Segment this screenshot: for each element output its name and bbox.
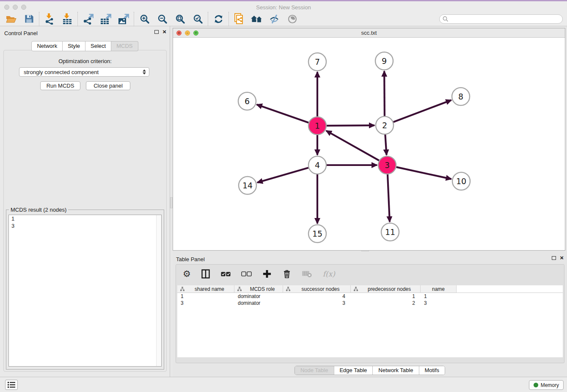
column-header-predecessor-nodes[interactable]: predecessor nodes	[351, 285, 421, 293]
column-header-successor-nodes[interactable]: successor nodes	[283, 285, 351, 293]
close-panel-button[interactable]: Close panel	[86, 81, 130, 90]
network-graph[interactable]: 7968124314101511	[173, 38, 565, 251]
graph-edge-3-11[interactable]	[388, 174, 390, 222]
zoom-selected-button[interactable]	[191, 13, 204, 25]
table-cell[interactable]: 3	[421, 300, 457, 306]
result-item[interactable]: 1	[9, 215, 161, 222]
network-canvas[interactable]: 7968124314101511	[173, 38, 565, 250]
column-header-shared-name[interactable]: shared name	[177, 285, 234, 293]
graph-node-7[interactable]: 7	[308, 53, 326, 71]
table-cell[interactable]: 1	[421, 293, 457, 299]
column-header-MCDS-role[interactable]: MCDS role	[234, 285, 283, 293]
create-column-button[interactable]	[262, 269, 272, 279]
graph-node-6[interactable]: 6	[238, 92, 256, 110]
open-folder-icon	[6, 14, 17, 24]
task-history-button[interactable]	[5, 380, 18, 390]
graph-edge-1-2[interactable]	[327, 125, 374, 126]
function-builder-button[interactable]: f(x)	[323, 270, 335, 278]
result-item[interactable]: 3	[9, 222, 161, 229]
graph-edge-4-14[interactable]	[257, 168, 308, 182]
result-scrollbar[interactable]	[156, 215, 161, 366]
table-row[interactable]: 1dominator411	[177, 293, 563, 300]
search-input[interactable]	[439, 14, 563, 24]
new-network-from-selection-button[interactable]	[232, 13, 246, 25]
svg-text:14: 14	[242, 181, 253, 190]
graph-node-10[interactable]: 10	[452, 172, 470, 190]
graph-edge-2-3[interactable]	[385, 135, 386, 155]
tab-style[interactable]: Style	[63, 41, 85, 51]
table-cell[interactable]: 1	[351, 293, 421, 299]
table-toolbar: ⚙	[176, 265, 564, 283]
columns-icon	[201, 269, 210, 279]
delete-table-button[interactable]	[302, 270, 312, 278]
table-tabs: Node Table Edge Table Network Table Moti…	[295, 366, 445, 375]
table-cell[interactable]: dominator	[234, 300, 283, 306]
show-panel-button[interactable]	[286, 13, 299, 25]
show-all-networks-button[interactable]	[250, 13, 264, 25]
graph-node-4[interactable]: 4	[308, 156, 326, 174]
graph-edge-3-1[interactable]	[326, 131, 379, 160]
tab-network[interactable]: Network	[31, 41, 63, 51]
table-cell[interactable]: 1	[177, 293, 234, 299]
export-image-button[interactable]	[117, 13, 130, 25]
zoom-in-button[interactable]	[138, 13, 151, 25]
import-network-button[interactable]	[43, 13, 56, 25]
tab-mcds[interactable]: MCDS	[111, 41, 138, 51]
column-header-label: predecessor nodes	[358, 286, 420, 292]
graph-node-3[interactable]: 3	[378, 156, 396, 174]
run-mcds-button[interactable]: Run MCDS	[40, 81, 80, 90]
houses-icon	[250, 14, 263, 24]
checked-boxes-icon	[221, 272, 231, 276]
zoom-out-button[interactable]	[155, 13, 169, 25]
float-table-panel-icon[interactable]	[552, 256, 556, 260]
save-session-button[interactable]	[22, 13, 36, 25]
graph-edge-1-6[interactable]	[257, 105, 309, 123]
delete-column-button[interactable]	[282, 269, 292, 279]
column-header-label: successor nodes	[291, 286, 350, 292]
svg-text:8: 8	[458, 92, 463, 101]
tab-edge-table[interactable]: Edge Table	[333, 366, 372, 375]
import-table-button[interactable]	[61, 13, 74, 25]
hide-panel-button[interactable]	[268, 13, 281, 25]
zoom-fit-button[interactable]	[173, 13, 187, 25]
import-table-icon	[62, 13, 72, 25]
table-cell[interactable]: 3	[177, 300, 234, 306]
tab-network-table[interactable]: Network Table	[372, 366, 418, 375]
network-window-titlebar[interactable]: × − + scc.txt	[173, 28, 565, 38]
table-cell[interactable]: 4	[283, 293, 351, 299]
graph-edge-2-9[interactable]	[384, 71, 385, 116]
graph-node-9[interactable]: 9	[375, 52, 393, 70]
table-cell[interactable]: 2	[351, 300, 421, 306]
tab-motifs[interactable]: Motifs	[418, 366, 445, 375]
criterion-dropdown[interactable]: strongly connected component	[19, 67, 149, 77]
float-panel-icon[interactable]	[154, 30, 159, 34]
close-panel-icon[interactable]: ×	[162, 29, 166, 34]
tab-node-table[interactable]: Node Table	[295, 366, 334, 375]
unselect-all-columns-button[interactable]	[241, 271, 252, 276]
table-row[interactable]: 3dominator323	[177, 300, 563, 306]
graph-node-8[interactable]: 8	[452, 88, 470, 105]
memory-button[interactable]: Memory	[529, 380, 564, 390]
table-cell[interactable]: dominator	[234, 293, 283, 299]
graph-edge-3-10[interactable]	[396, 167, 451, 179]
graph-node-2[interactable]: 2	[376, 116, 394, 134]
refresh-layout-button[interactable]	[212, 13, 225, 25]
table-options-button[interactable]: ⚙	[183, 270, 191, 278]
graph-node-11[interactable]: 11	[381, 223, 399, 241]
show-columns-button[interactable]	[201, 269, 210, 279]
mcds-result-group: MCDS result (2 nodes) 13	[6, 210, 164, 370]
graph-node-15[interactable]: 15	[308, 225, 326, 243]
column-header-name[interactable]: name	[421, 285, 457, 293]
export-table-button[interactable]	[99, 13, 113, 25]
export-network-button[interactable]	[81, 13, 95, 25]
table-cell[interactable]: 3	[283, 300, 351, 306]
close-table-panel-icon[interactable]: ×	[560, 255, 564, 260]
graph-node-14[interactable]: 14	[239, 177, 256, 194]
select-all-columns-button[interactable]	[221, 272, 231, 276]
mcds-result-list[interactable]: 13	[8, 215, 162, 367]
list-icon	[7, 381, 16, 388]
open-session-button[interactable]	[4, 13, 18, 25]
tab-select[interactable]: Select	[85, 41, 111, 51]
graph-edge-2-8[interactable]	[394, 100, 451, 122]
graph-node-1[interactable]: 1	[308, 117, 326, 135]
